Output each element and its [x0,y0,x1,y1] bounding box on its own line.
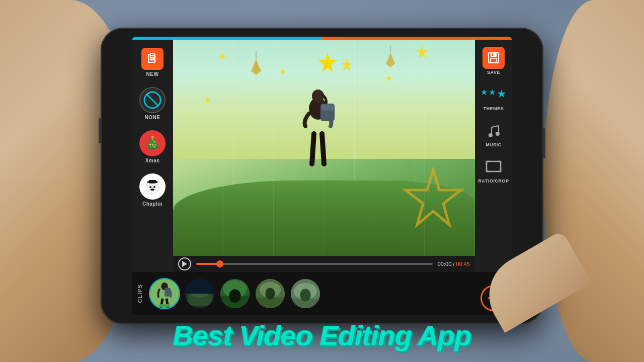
play-button[interactable] [178,257,191,270]
xmas-label: Xmas [145,158,160,163]
progress-thumb [216,260,223,267]
svg-rect-4 [150,58,153,59]
music-label: MUSIC [486,142,502,147]
ratio-icon [482,155,505,177]
save-button[interactable]: SAVE [480,44,507,78]
clips-bar: CLIPS [132,272,475,315]
svg-marker-32 [182,261,187,267]
clip-thumb-5[interactable] [290,278,321,309]
svg-point-36 [158,304,170,308]
clip-2-thumbnail [185,279,214,308]
chaplin-label: Chaplin [142,201,163,207]
svg-point-12 [150,189,154,191]
svg-point-48 [265,288,275,299]
xmas-icon: 🎄 [139,130,166,156]
playback-bar: 00:00 / 00:45 [173,256,475,272]
svg-rect-31 [487,161,501,171]
music-button[interactable]: MUSIC [480,116,507,150]
ratio-label: RATIO/CROP [478,178,509,184]
themes-button[interactable]: ★ ★ ★ THEMES [480,80,507,114]
music-icon [482,119,505,141]
new-icon [141,48,164,70]
clip-4-thumbnail [256,279,285,308]
themes-icon: ★ ★ ★ [482,83,505,105]
svg-rect-27 [491,58,497,62]
svg-point-10 [149,186,151,188]
clip-thumb-4[interactable] [255,278,286,309]
svg-point-52 [300,289,310,301]
clip-5-thumbnail [291,279,320,308]
phone-body: NEW NONE 🎄 Xmas [101,28,543,324]
save-label: SAVE [487,70,500,75]
save-icon [482,47,505,69]
top-color-bar [132,37,512,40]
svg-rect-19 [321,105,334,111]
svg-point-11 [153,186,155,188]
clip-thumb-3[interactable] [219,278,251,309]
none-icon [139,87,166,113]
svg-line-6 [146,94,158,106]
phone-volume-button [99,118,102,143]
progress-track[interactable] [196,263,433,265]
xmas-button[interactable]: 🎄 Xmas [136,127,169,166]
time-display: 00:00 / 00:45 [438,261,470,267]
svg-rect-40 [185,279,214,294]
chaplin-icon [139,173,166,200]
video-preview: ✦ ✦ ✦ ✦ [173,40,475,256]
time-total: 00:45 [456,261,470,267]
new-button[interactable]: NEW [138,45,167,80]
svg-point-30 [496,132,500,136]
figure-silhouette [288,88,348,191]
themes-label: THEMES [484,106,504,111]
phone-power-button [542,128,545,158]
svg-point-44 [229,289,240,303]
svg-point-29 [489,133,493,137]
right-sidebar: SAVE ★ ★ ★ THEMES [475,40,512,275]
tagline: Best Video Editing App [0,319,644,352]
ratio-crop-button[interactable]: RATIO/CROP [476,152,511,187]
svg-rect-9 [149,180,156,183]
clips-label: CLIPS [137,284,143,303]
clip-thumb-2[interactable] [184,278,215,309]
time-current: 00:00 [438,261,452,267]
phone-screen: NEW NONE 🎄 Xmas [132,37,512,315]
svg-rect-2 [150,54,154,55]
none-label: NONE [145,115,160,120]
clip-thumb-1[interactable] [149,278,180,309]
svg-rect-3 [150,56,154,57]
hand-right [543,0,644,362]
chaplin-button[interactable]: Chaplin [136,170,169,210]
clip-1-thumbnail [150,279,179,308]
svg-rect-26 [491,53,497,57]
video-background: ✦ ✦ ✦ ✦ [173,40,475,256]
svg-rect-28 [492,53,493,56]
new-label: NEW [146,71,159,77]
clip-3-thumbnail [220,279,250,308]
none-button[interactable]: NONE [136,84,169,123]
